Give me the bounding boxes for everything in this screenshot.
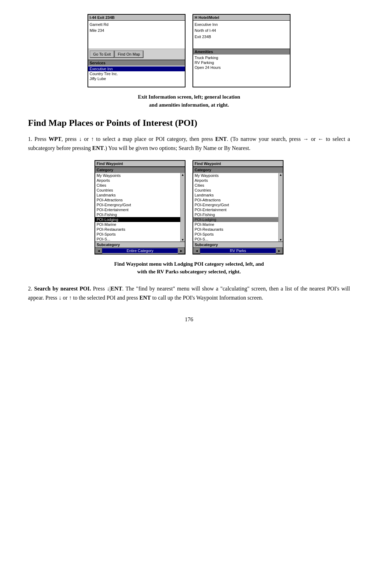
- scroll-up-arrow[interactable]: ▲: [181, 173, 184, 177]
- ent-key-2: ENT: [92, 145, 104, 151]
- left-content-line1: Garnett Rd: [90, 22, 183, 27]
- wp-right-item-11[interactable]: POI-Restaurants: [193, 227, 283, 232]
- wp-right-item-5[interactable]: POI-Attractions: [193, 198, 283, 202]
- services-list: Executive Inn Country Tire Inc. Jiffy Lu…: [88, 66, 185, 87]
- scroll-down-arrow-r[interactable]: ▼: [279, 238, 282, 242]
- wp-right-item-6[interactable]: POI-Emergncy/Govt: [193, 202, 283, 207]
- wp-right-item-9[interactable]: POI-Lodging: [193, 217, 283, 222]
- wp-right-item-3[interactable]: Countries: [193, 188, 283, 193]
- service-item-0[interactable]: Executive Inn: [88, 66, 185, 71]
- wp-right-item-2[interactable]: Cities: [193, 183, 283, 188]
- subcategory-right-arrow[interactable]: ►: [178, 248, 185, 254]
- wp-right-item-4[interactable]: Landmarks: [193, 193, 283, 198]
- ent-key-1: ENT: [215, 136, 227, 142]
- wp-left-item-1[interactable]: Airports: [95, 178, 185, 183]
- wp-right-item-10[interactable]: POI-Marine: [193, 222, 283, 227]
- service-item-1[interactable]: Country Tire Inc.: [88, 71, 185, 76]
- subcategory-right-left-arrow[interactable]: ◄: [193, 248, 200, 254]
- wp-left-item-6[interactable]: POI-Emergncy/Govt: [95, 202, 185, 207]
- top-caption-line2: and amenities information, at right.: [149, 102, 229, 108]
- wp-left-item-10[interactable]: POI-Marine: [95, 222, 185, 227]
- waypoint-panel-left: Find Waypoint Category My Waypoints Airp…: [94, 160, 186, 254]
- wp-right-subcategory-value[interactable]: RV Parks: [200, 248, 276, 253]
- wp-right-subcategory-header: Subcategory: [193, 242, 283, 248]
- service-item-2[interactable]: Jiffy Lube: [88, 76, 185, 81]
- exit-info-panel-right: H Hotel/Motel Executive Inn North of I-4…: [192, 14, 290, 87]
- left-content-line2: Mile 234: [90, 28, 183, 33]
- button-row: Go To Exit Find On Map: [88, 49, 185, 60]
- subcategory-left-arrow[interactable]: ◄: [95, 248, 102, 254]
- wp-left-category-header: Category: [95, 167, 185, 173]
- services-header: Services: [88, 60, 185, 66]
- wp-right-item-13[interactable]: POI-S... ▲ ▼: [193, 237, 283, 242]
- go-to-exit-button[interactable]: Go To Exit: [90, 50, 114, 58]
- page-content: I-44 Exit 234B Garnett Rd Mile 234 Go To…: [28, 14, 350, 323]
- wp-left-item-12[interactable]: POI-Sports: [95, 232, 185, 237]
- amenities-header: Amenities: [193, 49, 290, 55]
- left-panel-content: Garnett Rd Mile 234: [88, 21, 185, 49]
- amenity-0: Truck Parking: [193, 55, 290, 60]
- wp-left-item-0[interactable]: My Waypoints: [95, 173, 185, 178]
- right-content-line1: Executive Inn: [195, 22, 288, 27]
- waypoint-caption: Find Waypoint menu with Lodging POI cate…: [28, 260, 350, 276]
- ent-key-4: ENT: [139, 295, 151, 301]
- exit-info-panel-left: I-44 Exit 234B Garnett Rd Mile 234 Go To…: [88, 14, 186, 87]
- top-caption-line1: Exit Information screen, left; general l…: [138, 94, 240, 100]
- paragraph-1: 1. Press WPT, press ↓ or ↑ to select a m…: [28, 135, 350, 153]
- scroll-down-arrow[interactable]: ▼: [181, 238, 184, 242]
- left-panel-title: I-44 Exit 234B: [88, 15, 185, 21]
- scroll-up-arrow-r[interactable]: ▲: [279, 173, 282, 177]
- wp-left-title: Find Waypoint: [95, 161, 185, 167]
- wp-caption-line2: with the RV Parks subcategory selected, …: [137, 269, 241, 274]
- wp-left-item-5[interactable]: POI-Attractions: [95, 198, 185, 202]
- wp-caption-line1: Find Waypoint menu with Lodging POI cate…: [114, 261, 264, 267]
- wp-right-title: Find Waypoint: [193, 161, 283, 167]
- wp-right-category-header: Category: [193, 167, 283, 173]
- wp-left-item-9[interactable]: POI-Lodging: [95, 217, 185, 222]
- wp-left-subcategory-header: Subcategory: [95, 242, 185, 248]
- wp-right-item-1[interactable]: Airports: [193, 178, 283, 183]
- wp-left-item-13[interactable]: POI-S... ▲ ▼: [95, 237, 185, 242]
- page-number: 176: [28, 316, 350, 323]
- wp-right-list: My Waypoints Airports Cities Countries L…: [193, 173, 283, 242]
- top-caption: Exit Information screen, left; general l…: [28, 93, 350, 109]
- search-nearest-label: Search by nearest POI.: [34, 286, 91, 292]
- amenities-list: Truck Parking RV Parking Open 24 Hours: [193, 55, 290, 76]
- right-content-line3: Exit 234B: [195, 34, 288, 40]
- right-panel-title: H Hotel/Motel: [193, 15, 290, 21]
- section-title: Find Map Places or Points of Interest (P…: [28, 117, 350, 129]
- wp-left-item-7[interactable]: POI-Entertainment: [95, 207, 185, 212]
- top-screenshots-row: I-44 Exit 234B Garnett Rd Mile 234 Go To…: [28, 14, 350, 87]
- right-panel-content: Executive Inn North of I-44 Exit 234B: [193, 21, 290, 49]
- waypoint-panels-row: Find Waypoint Category My Waypoints Airp…: [28, 160, 350, 254]
- waypoint-panel-right: Find Waypoint Category My Waypoints Airp…: [192, 160, 284, 254]
- wp-right-item-8[interactable]: POI-Fishing: [193, 212, 283, 217]
- find-on-map-button[interactable]: Find On Map: [114, 50, 144, 58]
- right-content-line2: North of I-44: [195, 28, 288, 33]
- subcategory-right-right-arrow[interactable]: ►: [276, 248, 283, 254]
- wp-right-item-12[interactable]: POI-Sports: [193, 232, 283, 237]
- wp-left-subcategory-value[interactable]: Entire Category: [102, 248, 178, 253]
- paragraph-2: 2. Search by nearest POI. Press ↓|ENT. T…: [28, 284, 350, 303]
- wp-left-item-8[interactable]: POI-Fishing: [95, 212, 185, 217]
- wp-right-item-7[interactable]: POI-Entertainment: [193, 207, 283, 212]
- wp-left-list: My Waypoints Airports Cities Countries L…: [95, 173, 185, 242]
- wp-right-subcategory-row: ◄ RV Parks ►: [193, 248, 283, 254]
- wp-left-item-11[interactable]: POI-Restaurants: [95, 227, 185, 232]
- ent-key-3: ENT: [111, 286, 122, 292]
- amenity-2: Open 24 Hours: [193, 65, 290, 70]
- wp-left-subcategory-row: ◄ Entire Category ►: [95, 248, 185, 254]
- wp-left-item-4[interactable]: Landmarks: [95, 193, 185, 198]
- wp-left-item-3[interactable]: Countries: [95, 188, 185, 193]
- amenity-1: RV Parking: [193, 60, 290, 65]
- wp-right-item-0[interactable]: My Waypoints: [193, 173, 283, 178]
- wp-left-item-2[interactable]: Cities: [95, 183, 185, 188]
- wpt-key: WPT: [49, 136, 61, 142]
